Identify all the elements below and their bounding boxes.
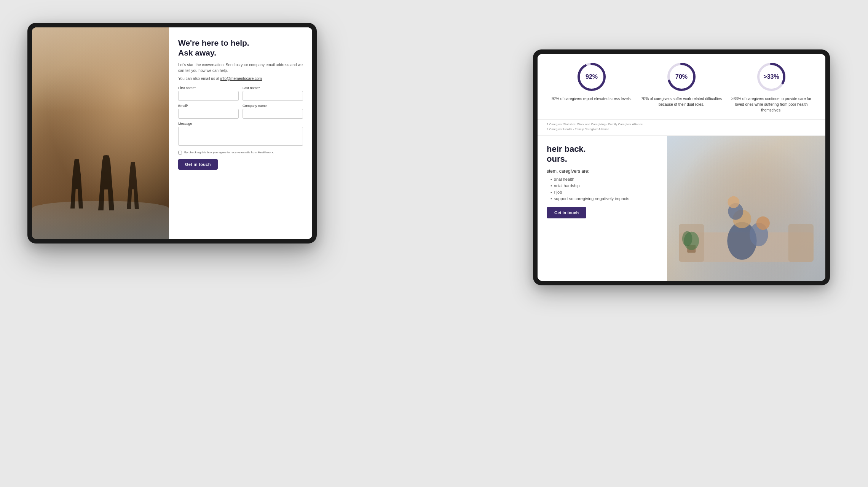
tablet-front: We're here to help. Ask away. Let's star… xyxy=(27,23,317,244)
cta-button[interactable]: Get in touch xyxy=(547,207,586,218)
checkbox-row: By checking this box you agree to receiv… xyxy=(178,150,303,154)
stat-desc-1: 92% of caregivers report elevated stress… xyxy=(550,96,633,102)
stat-circle-2: 70% xyxy=(666,62,697,92)
svg-point-17 xyxy=(682,231,692,246)
first-name-input[interactable] xyxy=(178,91,239,101)
company-label: Company name xyxy=(243,104,303,108)
tablet-front-screen: We're here to help. Ask away. Let's star… xyxy=(32,27,312,239)
family-illustration xyxy=(675,153,818,269)
stat-value-3: >33% xyxy=(763,73,779,80)
svg-point-14 xyxy=(756,216,770,230)
footnotes-section: 1 Caregiver Statistics: Work and Caregiv… xyxy=(538,119,825,135)
tablet-back: 92% 92% of caregivers report elevated st… xyxy=(533,49,830,285)
last-name-input[interactable] xyxy=(243,91,303,101)
checkbox-text: By checking this box you agree to receiv… xyxy=(184,150,274,154)
bullet-1: onal health xyxy=(547,177,658,181)
stat-item-3: >33% >33% of caregivers continue to prov… xyxy=(726,62,816,113)
bullet-list: onal health ncial hardship r job support… xyxy=(547,177,658,201)
last-name-group: Last name* xyxy=(243,86,303,101)
stat-item-2: 70% 70% of caregivers suffer work-relate… xyxy=(637,62,726,107)
stat-desc-3: >33% of caregivers continue to provide c… xyxy=(730,96,812,113)
stat-value-2: 70% xyxy=(675,73,688,80)
footnote-1: 1 Caregiver Statistics: Work and Caregiv… xyxy=(547,122,816,127)
form-email-note: You can also email us at info@mementocar… xyxy=(178,76,303,81)
svg-point-12 xyxy=(728,196,739,208)
first-name-group: First name* xyxy=(178,86,239,101)
tablet-back-screen: 92% 92% of caregivers report elevated st… xyxy=(538,54,825,281)
email-link[interactable]: info@mementocare.com xyxy=(220,76,262,81)
bullet-4: support so caregiving negatively impacts xyxy=(547,196,658,201)
company-input[interactable] xyxy=(243,109,303,119)
message-label: Message xyxy=(178,122,303,126)
bottom-subheadline: stem, caregivers are: xyxy=(547,169,658,174)
cta-section: Get in touch xyxy=(547,207,658,218)
form-subtext: Let's start the conversation. Send us yo… xyxy=(178,62,303,73)
message-input[interactable] xyxy=(178,127,303,146)
svg-rect-8 xyxy=(788,224,814,262)
stat-circle-3: >33% xyxy=(756,62,787,92)
stat-desc-2: 70% of caregivers suffer work-related di… xyxy=(640,96,723,107)
scene: We're here to help. Ask away. Let's star… xyxy=(0,0,868,487)
email-input[interactable] xyxy=(178,109,239,119)
stat-item-1: 92% 92% of caregivers report elevated st… xyxy=(547,62,637,102)
footnote-2: 2 Caregiver Health - Family Caregiver Al… xyxy=(547,127,816,132)
contact-form-panel: We're here to help. Ask away. Let's star… xyxy=(169,27,312,239)
get-in-touch-button[interactable]: Get in touch xyxy=(178,159,218,170)
form-heading: We're here to help. Ask away. xyxy=(178,38,303,58)
bottom-headline: heir back. ours. xyxy=(547,144,658,164)
consent-checkbox[interactable] xyxy=(178,151,182,154)
email-label: Email* xyxy=(178,104,239,108)
text-panel: heir back. ours. stem, caregivers are: o… xyxy=(538,136,667,281)
beach-photo xyxy=(32,27,169,239)
email-company-row: Email* Company name xyxy=(178,104,303,119)
stat-circle-1: 92% xyxy=(576,62,607,92)
company-group: Company name xyxy=(243,104,303,119)
bottom-section: heir back. ours. stem, caregivers are: o… xyxy=(538,136,825,281)
last-name-label: Last name* xyxy=(243,86,303,90)
stat-value-1: 92% xyxy=(586,73,598,80)
name-row: First name* Last name* xyxy=(178,86,303,101)
message-group: Message xyxy=(178,122,303,147)
bullet-2: ncial hardship xyxy=(547,183,658,188)
stats-section: 92% 92% of caregivers report elevated st… xyxy=(538,54,825,119)
bullet-3: r job xyxy=(547,190,658,194)
email-group: Email* xyxy=(178,104,239,119)
first-name-label: First name* xyxy=(178,86,239,90)
family-photo xyxy=(667,136,825,281)
